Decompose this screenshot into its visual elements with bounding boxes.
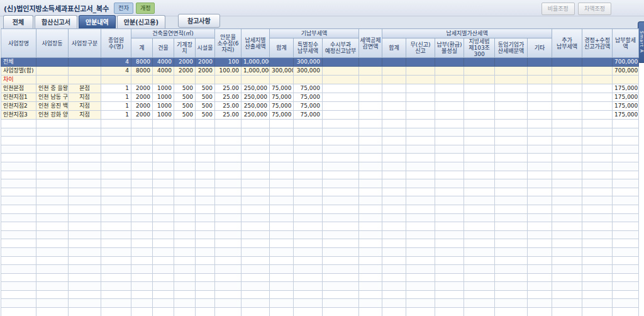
grid-cell[interactable]: 175,000 <box>613 93 639 102</box>
grid-cell[interactable] <box>464 67 495 76</box>
empty-row[interactable] <box>1 265 639 274</box>
grid-cell[interactable]: 1 <box>101 111 131 120</box>
grid-cell[interactable] <box>435 76 464 84</box>
grid-cell[interactable] <box>359 67 382 76</box>
grid-cell[interactable] <box>528 111 552 120</box>
grid-cell[interactable]: 인천 중 을왕 <box>36 84 69 93</box>
grid-cell[interactable]: 500 <box>174 102 196 111</box>
grid-cell[interactable]: 500 <box>174 84 196 93</box>
grid-cell[interactable]: 75,000 <box>270 111 294 120</box>
grid-cell[interactable] <box>359 111 382 120</box>
grid-cell[interactable]: 인천 옹진 백 <box>36 102 69 111</box>
grid-cell[interactable]: 175,000 <box>613 102 639 111</box>
table-row[interactable]: 사업장별(합)48000400020002000100.001,000,0003… <box>1 67 639 76</box>
empty-row[interactable] <box>1 179 639 188</box>
grid-cell[interactable]: 인천지점3 <box>1 111 36 120</box>
grid-cell[interactable]: 75,000 <box>270 93 294 102</box>
grid-cell[interactable]: 지점 <box>69 93 101 102</box>
grid-cell[interactable] <box>464 111 495 120</box>
grid-cell[interactable]: 250,000 <box>242 93 270 102</box>
empty-row[interactable] <box>1 290 639 299</box>
grid-cell[interactable] <box>359 102 382 111</box>
grid-cell[interactable]: 25.00 <box>215 84 242 93</box>
grid-cell[interactable]: 1000 <box>153 111 174 120</box>
grid-cell[interactable] <box>174 76 196 84</box>
grid-cell[interactable] <box>406 93 435 102</box>
grid-cell[interactable]: 지점 <box>69 102 101 111</box>
grid-cell[interactable] <box>359 84 382 93</box>
grid-cell[interactable] <box>528 58 552 67</box>
empty-row[interactable] <box>1 120 639 128</box>
grid-cell[interactable] <box>464 76 495 84</box>
grid-cell[interactable]: 175,000 <box>613 111 639 120</box>
grid-cell[interactable]: 75,000 <box>270 102 294 111</box>
empty-row[interactable] <box>1 188 639 196</box>
grid-cell[interactable]: 500 <box>174 93 196 102</box>
grid-cell[interactable] <box>406 84 435 93</box>
tab-combined-report[interactable]: 합산신고서 <box>35 15 77 28</box>
grid-cell[interactable] <box>323 84 359 93</box>
grid-cell[interactable] <box>36 58 69 67</box>
grid-cell[interactable] <box>552 58 582 67</box>
grid-cell[interactable]: 250,000 <box>242 111 270 120</box>
grid-cell[interactable] <box>552 67 582 76</box>
grid-cell[interactable]: 4000 <box>153 58 174 67</box>
grid-cell[interactable] <box>528 76 552 84</box>
grid-cell[interactable]: 500 <box>196 111 215 120</box>
grid-cell[interactable] <box>294 76 323 84</box>
grid-cell[interactable] <box>495 58 528 67</box>
grid-cell[interactable]: 지점 <box>69 111 101 120</box>
ratio-adjust-button[interactable]: 비율조정 <box>541 3 575 15</box>
grid-cell[interactable]: 1000 <box>153 93 174 102</box>
grid-cell[interactable]: 2000 <box>196 67 215 76</box>
grid-cell[interactable] <box>215 76 242 84</box>
grid-cell[interactable] <box>435 111 464 120</box>
grid-cell[interactable] <box>582 84 613 93</box>
grid-cell[interactable] <box>495 76 528 84</box>
grid-cell[interactable]: 75,000 <box>294 111 323 120</box>
grid-cell[interactable] <box>435 84 464 93</box>
table-row[interactable]: 인천지점3인천 강화 양지점12000100050050025.00250,00… <box>1 111 639 120</box>
grid-cell[interactable]: 인천 남동 구 <box>36 93 69 102</box>
grid-cell[interactable] <box>323 111 359 120</box>
grid-cell[interactable] <box>153 76 174 84</box>
grid-cell[interactable] <box>359 76 382 84</box>
table-row[interactable]: 인천본점인천 중 을왕본점12000100050050025.00250,000… <box>1 84 639 93</box>
grid-cell[interactable]: 1,000,000 <box>242 58 270 67</box>
grid-cell[interactable]: 75,000 <box>294 93 323 102</box>
empty-row[interactable] <box>1 239 639 248</box>
grid-cell[interactable]: 2000 <box>174 58 196 67</box>
grid-cell[interactable]: 차이 <box>1 76 36 84</box>
grid-cell[interactable] <box>359 93 382 102</box>
grid-cell[interactable] <box>552 111 582 120</box>
grid-cell[interactable] <box>382 84 406 93</box>
grid-cell[interactable] <box>552 84 582 93</box>
empty-row[interactable] <box>1 273 639 282</box>
grid-cell[interactable] <box>582 76 613 84</box>
grid-cell[interactable] <box>382 93 406 102</box>
grid-cell[interactable] <box>495 102 528 111</box>
grid-cell[interactable]: 175,000 <box>613 84 639 93</box>
grid-cell[interactable] <box>323 67 359 76</box>
grid-cell[interactable] <box>464 58 495 67</box>
grid-cell[interactable]: 인천본점 <box>1 84 36 93</box>
grid-cell[interactable] <box>435 102 464 111</box>
grid-cell[interactable]: 8000 <box>131 58 153 67</box>
grid-cell[interactable] <box>495 67 528 76</box>
grid-cell[interactable] <box>582 93 613 102</box>
grid-cell[interactable] <box>270 58 294 67</box>
empty-row[interactable] <box>1 282 639 291</box>
tab-all[interactable]: 전체 <box>3 15 33 28</box>
grid-cell[interactable]: 4000 <box>153 67 174 76</box>
grid-cell[interactable] <box>464 102 495 111</box>
empty-row[interactable] <box>1 299 639 308</box>
empty-row[interactable] <box>1 128 639 137</box>
grid-cell[interactable] <box>196 76 215 84</box>
grid-cell[interactable]: 25.00 <box>215 102 242 111</box>
grid-cell[interactable]: 1,000,000 <box>242 67 270 76</box>
grid-cell[interactable]: 300,000 <box>270 67 294 76</box>
grid-cell[interactable]: 인천지점2 <box>1 102 36 111</box>
grid-cell[interactable] <box>382 58 406 67</box>
empty-row[interactable] <box>1 222 639 231</box>
grid-cell[interactable]: 전체 <box>1 58 36 67</box>
